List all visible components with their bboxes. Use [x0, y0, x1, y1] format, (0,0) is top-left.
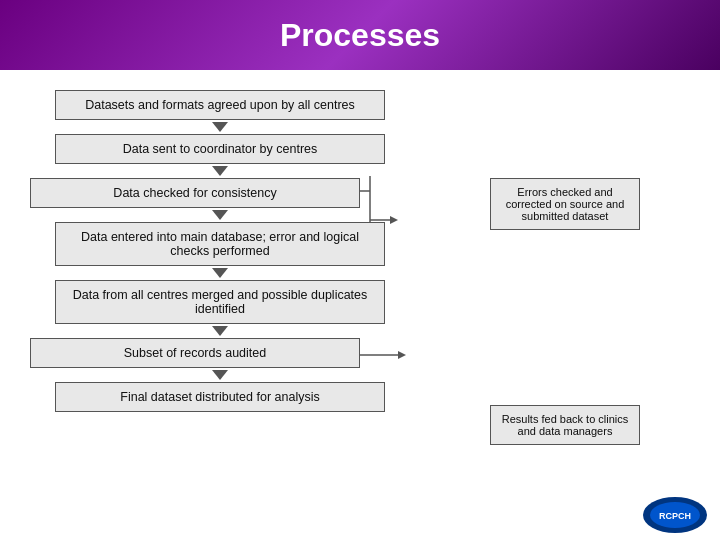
arrow-3	[212, 210, 228, 220]
flow-box-4: Data entered into main database; error a…	[55, 222, 385, 266]
header-title: Processes	[280, 17, 440, 54]
flow-box-6: Subset of records audited	[30, 338, 360, 368]
flow-box-5: Data from all centres merged and possibl…	[55, 280, 385, 324]
side-box-results: Results fed back to clinics and data man…	[490, 405, 640, 445]
flow-box-1: Datasets and formats agreed upon by all …	[55, 90, 385, 120]
header: Processes	[0, 0, 720, 70]
arrow-1	[212, 122, 228, 132]
flow-box-2: Data sent to coordinator by centres	[55, 134, 385, 164]
flow-box-3: Data checked for consistency	[30, 178, 360, 208]
arrow-right-svg	[360, 343, 415, 367]
svg-marker-6	[398, 351, 406, 359]
rcpch-logo: RCPCH	[640, 495, 710, 535]
arrow-2	[212, 166, 228, 176]
svg-marker-4	[390, 216, 398, 224]
logo-area: RCPCH	[635, 495, 715, 535]
arrow-6	[212, 370, 228, 380]
arrow-5	[212, 326, 228, 336]
svg-text:RCPCH: RCPCH	[659, 511, 691, 521]
arrow-4	[212, 268, 228, 278]
flow-box-7: Final dataset distributed for analysis	[55, 382, 385, 412]
side-box-errors: Errors checked and corrected on source a…	[490, 178, 640, 230]
